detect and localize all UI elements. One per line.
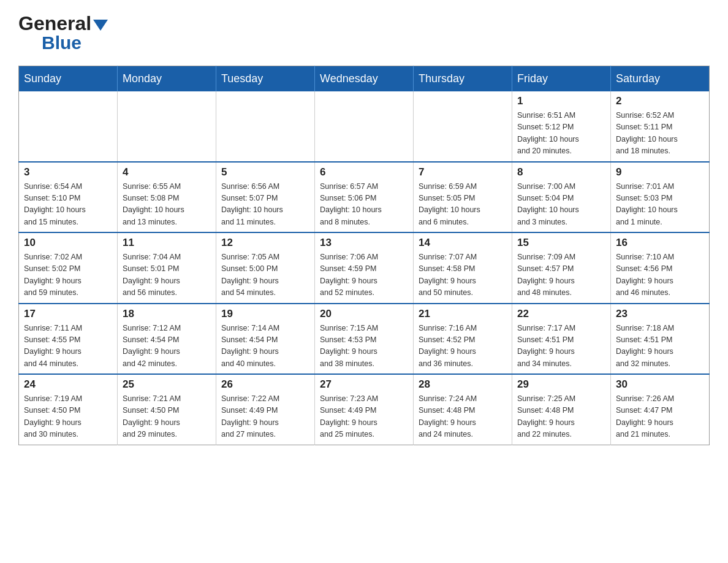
page-header: General Blue <box>18 12 710 53</box>
day-number: 18 <box>123 308 211 320</box>
calendar-header-monday: Monday <box>118 66 216 92</box>
calendar-cell: 26Sunrise: 7:22 AM Sunset: 4:49 PM Dayli… <box>216 374 315 445</box>
day-info: Sunrise: 6:59 AM Sunset: 5:05 PM Dayligh… <box>419 181 507 229</box>
day-number: 19 <box>221 308 309 320</box>
calendar-header-friday: Friday <box>512 66 611 92</box>
day-number: 1 <box>517 95 605 107</box>
calendar-cell: 17Sunrise: 7:11 AM Sunset: 4:55 PM Dayli… <box>19 304 118 375</box>
day-number: 6 <box>320 166 408 178</box>
day-info: Sunrise: 7:24 AM Sunset: 4:48 PM Dayligh… <box>419 393 507 441</box>
calendar-cell: 4Sunrise: 6:55 AM Sunset: 5:08 PM Daylig… <box>118 162 216 233</box>
calendar-cell: 29Sunrise: 7:25 AM Sunset: 4:48 PM Dayli… <box>512 374 611 445</box>
day-number: 14 <box>419 237 507 249</box>
day-info: Sunrise: 7:18 AM Sunset: 4:51 PM Dayligh… <box>616 323 704 370</box>
day-number: 13 <box>320 237 408 249</box>
calendar-week-row: 10Sunrise: 7:02 AM Sunset: 5:02 PM Dayli… <box>19 232 710 304</box>
day-number: 10 <box>24 237 112 249</box>
day-info: Sunrise: 7:21 AM Sunset: 4:50 PM Dayligh… <box>123 393 211 441</box>
calendar-cell: 16Sunrise: 7:10 AM Sunset: 4:56 PM Dayli… <box>611 232 710 304</box>
day-info: Sunrise: 7:02 AM Sunset: 5:02 PM Dayligh… <box>24 251 112 299</box>
calendar-header-wednesday: Wednesday <box>315 66 414 92</box>
day-number: 3 <box>24 166 112 178</box>
calendar-cell: 11Sunrise: 7:04 AM Sunset: 5:01 PM Dayli… <box>118 232 216 304</box>
calendar-cell: 15Sunrise: 7:09 AM Sunset: 4:57 PM Dayli… <box>512 232 611 304</box>
day-number: 23 <box>616 308 704 320</box>
day-number: 26 <box>221 378 309 391</box>
day-number: 7 <box>419 166 507 178</box>
calendar-table: SundayMondayTuesdayWednesdayThursdayFrid… <box>18 66 710 445</box>
calendar-cell: 30Sunrise: 7:26 AM Sunset: 4:47 PM Dayli… <box>611 374 710 445</box>
calendar-cell: 24Sunrise: 7:19 AM Sunset: 4:50 PM Dayli… <box>19 374 118 445</box>
day-info: Sunrise: 7:25 AM Sunset: 4:48 PM Dayligh… <box>517 393 605 441</box>
day-info: Sunrise: 7:14 AM Sunset: 4:54 PM Dayligh… <box>221 323 309 370</box>
day-info: Sunrise: 6:57 AM Sunset: 5:06 PM Dayligh… <box>320 181 408 229</box>
calendar-cell: 23Sunrise: 7:18 AM Sunset: 4:51 PM Dayli… <box>611 304 710 375</box>
day-info: Sunrise: 6:52 AM Sunset: 5:11 PM Dayligh… <box>616 110 704 158</box>
logo-blue-text: Blue <box>42 33 108 53</box>
day-number: 15 <box>517 237 605 249</box>
calendar-cell: 1Sunrise: 6:51 AM Sunset: 5:12 PM Daylig… <box>512 91 611 162</box>
day-number: 30 <box>616 378 704 391</box>
calendar-cell: 3Sunrise: 6:54 AM Sunset: 5:10 PM Daylig… <box>19 162 118 233</box>
day-info: Sunrise: 7:22 AM Sunset: 4:49 PM Dayligh… <box>221 393 309 441</box>
calendar-cell: 5Sunrise: 6:56 AM Sunset: 5:07 PM Daylig… <box>216 162 315 233</box>
calendar-header-saturday: Saturday <box>611 66 710 92</box>
calendar-week-row: 17Sunrise: 7:11 AM Sunset: 4:55 PM Dayli… <box>19 304 710 375</box>
calendar-cell <box>315 91 414 162</box>
calendar-cell <box>19 91 118 162</box>
calendar-cell: 2Sunrise: 6:52 AM Sunset: 5:11 PM Daylig… <box>611 91 710 162</box>
day-number: 20 <box>320 308 408 320</box>
day-info: Sunrise: 7:23 AM Sunset: 4:49 PM Dayligh… <box>320 393 408 441</box>
day-number: 5 <box>221 166 309 178</box>
calendar-cell: 25Sunrise: 7:21 AM Sunset: 4:50 PM Dayli… <box>118 374 216 445</box>
calendar-cell: 20Sunrise: 7:15 AM Sunset: 4:53 PM Dayli… <box>315 304 414 375</box>
day-number: 17 <box>24 308 112 320</box>
day-number: 25 <box>123 378 211 391</box>
day-info: Sunrise: 7:19 AM Sunset: 4:50 PM Dayligh… <box>24 393 112 441</box>
calendar-cell: 21Sunrise: 7:16 AM Sunset: 4:52 PM Dayli… <box>414 304 512 375</box>
day-number: 22 <box>517 308 605 320</box>
calendar-week-row: 24Sunrise: 7:19 AM Sunset: 4:50 PM Dayli… <box>19 374 710 445</box>
day-info: Sunrise: 7:06 AM Sunset: 4:59 PM Dayligh… <box>320 251 408 299</box>
calendar-cell: 27Sunrise: 7:23 AM Sunset: 4:49 PM Dayli… <box>315 374 414 445</box>
day-info: Sunrise: 6:55 AM Sunset: 5:08 PM Dayligh… <box>123 181 211 229</box>
day-number: 29 <box>517 378 605 391</box>
calendar-cell: 28Sunrise: 7:24 AM Sunset: 4:48 PM Dayli… <box>414 374 512 445</box>
calendar-header-tuesday: Tuesday <box>216 66 315 92</box>
day-info: Sunrise: 7:09 AM Sunset: 4:57 PM Dayligh… <box>517 251 605 299</box>
day-info: Sunrise: 7:17 AM Sunset: 4:51 PM Dayligh… <box>517 323 605 370</box>
day-info: Sunrise: 7:15 AM Sunset: 4:53 PM Dayligh… <box>320 323 408 370</box>
day-info: Sunrise: 7:04 AM Sunset: 5:01 PM Dayligh… <box>123 251 211 299</box>
day-number: 8 <box>517 166 605 178</box>
day-number: 21 <box>419 308 507 320</box>
calendar-cell: 22Sunrise: 7:17 AM Sunset: 4:51 PM Dayli… <box>512 304 611 375</box>
calendar-cell <box>118 91 216 162</box>
calendar-week-row: 3Sunrise: 6:54 AM Sunset: 5:10 PM Daylig… <box>19 162 710 233</box>
day-info: Sunrise: 6:54 AM Sunset: 5:10 PM Dayligh… <box>24 181 112 229</box>
day-number: 12 <box>221 237 309 249</box>
calendar-cell <box>414 91 512 162</box>
logo-triangle-icon <box>93 20 108 31</box>
calendar-week-row: 1Sunrise: 6:51 AM Sunset: 5:12 PM Daylig… <box>19 91 710 162</box>
calendar-header-sunday: Sunday <box>19 66 118 92</box>
logo: General Blue <box>18 12 108 53</box>
day-info: Sunrise: 7:26 AM Sunset: 4:47 PM Dayligh… <box>616 393 704 441</box>
calendar-cell: 13Sunrise: 7:06 AM Sunset: 4:59 PM Dayli… <box>315 232 414 304</box>
calendar-cell: 18Sunrise: 7:12 AM Sunset: 4:54 PM Dayli… <box>118 304 216 375</box>
day-number: 9 <box>616 166 704 178</box>
day-number: 2 <box>616 95 704 107</box>
day-number: 27 <box>320 378 408 391</box>
day-info: Sunrise: 6:56 AM Sunset: 5:07 PM Dayligh… <box>221 181 309 229</box>
calendar-cell: 12Sunrise: 7:05 AM Sunset: 5:00 PM Dayli… <box>216 232 315 304</box>
calendar-cell: 19Sunrise: 7:14 AM Sunset: 4:54 PM Dayli… <box>216 304 315 375</box>
day-info: Sunrise: 7:07 AM Sunset: 4:58 PM Dayligh… <box>419 251 507 299</box>
day-number: 24 <box>24 378 112 391</box>
calendar-header-row: SundayMondayTuesdayWednesdayThursdayFrid… <box>19 66 710 92</box>
day-info: Sunrise: 7:12 AM Sunset: 4:54 PM Dayligh… <box>123 323 211 370</box>
calendar-cell: 7Sunrise: 6:59 AM Sunset: 5:05 PM Daylig… <box>414 162 512 233</box>
calendar-cell <box>216 91 315 162</box>
day-number: 16 <box>616 237 704 249</box>
calendar-cell: 8Sunrise: 7:00 AM Sunset: 5:04 PM Daylig… <box>512 162 611 233</box>
day-info: Sunrise: 7:05 AM Sunset: 5:00 PM Dayligh… <box>221 251 309 299</box>
calendar-cell: 9Sunrise: 7:01 AM Sunset: 5:03 PM Daylig… <box>611 162 710 233</box>
